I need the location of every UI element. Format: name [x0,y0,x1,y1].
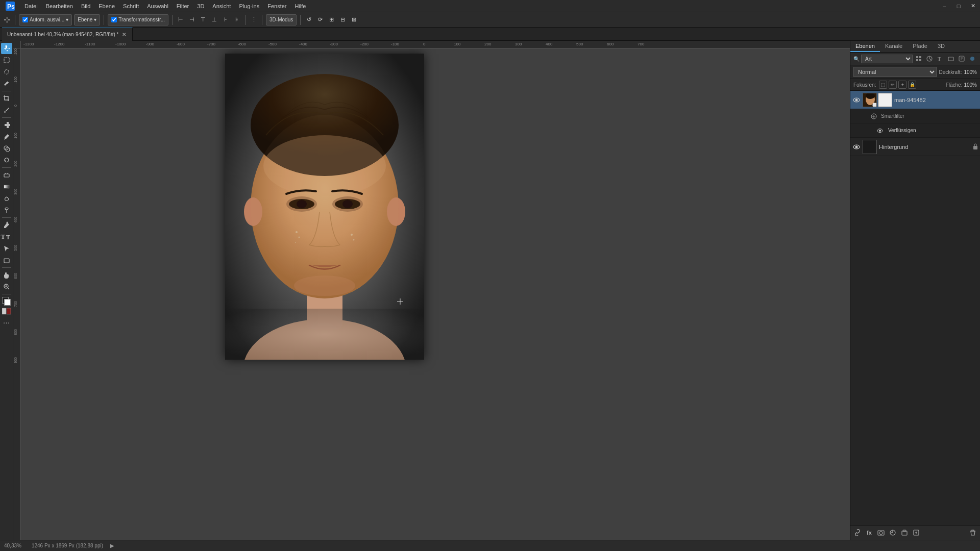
layer-visibility-hintergrund[interactable] [852,143,861,151]
maximize-button[interactable]: □ [951,0,966,12]
menu-hilfe[interactable]: Hilfe [290,0,310,12]
align-center-v-icon[interactable]: ⊦ [221,15,230,24]
layer-hintergrund[interactable]: Hintergrund [850,138,980,156]
shape-filter-icon[interactable] [946,54,955,63]
align-right-icon[interactable]: ⊤ [199,15,208,24]
tab-3d[interactable]: 3D [933,41,950,52]
pan-3d-icon[interactable]: ⊞ [327,15,336,24]
add-group-btn[interactable] [899,528,910,538]
tab-pfade[interactable]: Pfade [908,41,933,52]
tab-label: Unbenannt-1 bei 40,3% (man-945482, RGB/8… [7,32,118,37]
selection-tool-btn[interactable] [1,55,12,66]
add-mask-btn[interactable] [876,528,886,538]
align-center-h-icon[interactable]: ⊣ [187,15,197,24]
3d-mode-btn[interactable]: 3D-Modus [266,14,297,26]
menu-ebene[interactable]: Ebene [94,0,119,12]
canvas-container[interactable] [21,48,850,540]
menu-auswahl[interactable]: Auswahl [143,0,173,12]
shape-tool-btn[interactable] [1,255,12,266]
smartobj-filter-icon[interactable] [957,54,966,63]
menu-bearbeiten[interactable]: Bearbeiten [42,0,77,12]
distribute-icon[interactable]: ⋮ [249,15,258,24]
delete-layer-btn[interactable] [968,528,978,538]
fg-color-swatch[interactable] [4,299,11,306]
menu-fenster[interactable]: Fenster [263,0,290,12]
document-tab[interactable]: Unbenannt-1 bei 40,3% (man-945482, RGB/8… [2,28,133,41]
minimize-button[interactable]: – [937,0,951,12]
layer-visibility-man[interactable] [852,96,861,104]
svg-rect-2 [4,58,9,63]
layer-man945482[interactable]: man-945482 [850,91,980,109]
add-adjustment-btn[interactable] [888,528,898,538]
dodge-tool-btn[interactable] [1,205,12,216]
auto-select-dropdown[interactable]: Autom. auswi... ▾ [19,14,72,26]
blur-tool-btn[interactable] [1,193,12,204]
svg-point-55 [879,130,881,132]
svg-point-47 [855,98,858,101]
roll-3d-icon[interactable]: ⟳ [315,15,325,24]
healing-tool-btn[interactable] [1,119,12,131]
hand-tool-btn[interactable] [1,269,12,281]
move-tool-btn[interactable] [1,43,12,54]
add-style-btn[interactable]: fx [864,528,874,538]
fill-value[interactable]: 100% [964,82,977,88]
tab-close-btn[interactable]: ✕ [121,31,127,37]
eyedropper-tool-btn[interactable] [1,105,12,116]
layer-verfluessigen[interactable]: Verflüssigen [850,123,980,138]
more-tools-btn[interactable]: … [1,315,12,327]
path-select-tool-btn[interactable] [1,243,12,254]
layer-dropdown[interactable]: Ebene ▾ [74,14,100,26]
tab-ebenen[interactable]: Ebenen [850,41,880,52]
layer-type-filter[interactable]: Art [861,55,913,63]
blend-mode-select[interactable]: Normal Multiplizieren Überlagern [853,67,937,77]
brush-tool-btn[interactable] [1,131,12,142]
link-layers-btn[interactable] [852,528,863,538]
lock-image-btn[interactable]: ✏ [889,81,897,89]
quick-mask-btn[interactable] [1,308,12,315]
auto-select-checkbox[interactable] [22,17,28,22]
pixel-filter-icon[interactable] [914,54,923,63]
zoom-tool-btn[interactable] [1,281,12,292]
move-tool-icon[interactable]: ⊹ [2,15,11,24]
transform-controls[interactable]: Transformationsstr... [108,14,168,26]
type-tool-btn[interactable]: T T [1,231,12,242]
lock-transparent-btn[interactable]: ⬚ [879,81,887,89]
menu-ansicht[interactable]: Ansicht [208,0,235,12]
clone-tool-btn[interactable] [1,143,12,154]
history-tool-btn[interactable] [1,155,12,166]
separator3 [172,15,173,25]
menu-3d[interactable]: 3D [193,0,208,12]
filter-toggle-icon[interactable] [968,54,977,63]
svg-point-8 [5,208,8,210]
layer-dropdown-arrow: ▾ [94,17,96,22]
menu-schrift[interactable]: Schrift [119,0,143,12]
wand-tool-btn[interactable] [1,78,12,89]
gradient-tool-btn[interactable] [1,181,12,192]
text-filter-icon[interactable]: T [936,54,945,63]
menu-bild[interactable]: Bild [77,0,94,12]
transform-checkbox[interactable] [111,17,117,22]
pen-tool-btn[interactable] [1,219,12,231]
menu-filter[interactable]: Filter [173,0,193,12]
eraser-tool-btn[interactable] [1,169,12,181]
add-layer-btn[interactable] [911,528,921,538]
lock-pos-btn[interactable]: + [898,81,906,89]
menu-datei[interactable]: Datei [20,0,42,12]
opacity-value[interactable]: 100% [964,69,977,75]
align-bottom-icon[interactable]: ⊧ [232,15,241,24]
menu-plugins[interactable]: Plug-ins [235,0,263,12]
slide-3d-icon[interactable]: ⊟ [338,15,347,24]
tab-kanaele[interactable]: Kanäle [880,41,908,52]
adj-filter-icon[interactable] [925,54,934,63]
rotate-3d-icon[interactable]: ↺ [304,15,313,24]
align-left-icon[interactable]: ⊢ [176,15,185,24]
align-top-icon[interactable]: ⊥ [210,15,219,24]
layer-visibility-verfluessigen[interactable] [876,127,884,135]
layer-smartfilter-label[interactable]: Smartfilter [850,109,980,123]
scale-3d-icon[interactable]: ⊠ [349,15,358,24]
close-button[interactable]: ✕ [966,0,980,12]
canvas-cursor[interactable] [397,298,403,305]
crop-tool-btn[interactable] [1,93,12,104]
lock-all-btn[interactable]: 🔒 [908,81,916,89]
lasso-tool-btn[interactable] [1,66,12,78]
